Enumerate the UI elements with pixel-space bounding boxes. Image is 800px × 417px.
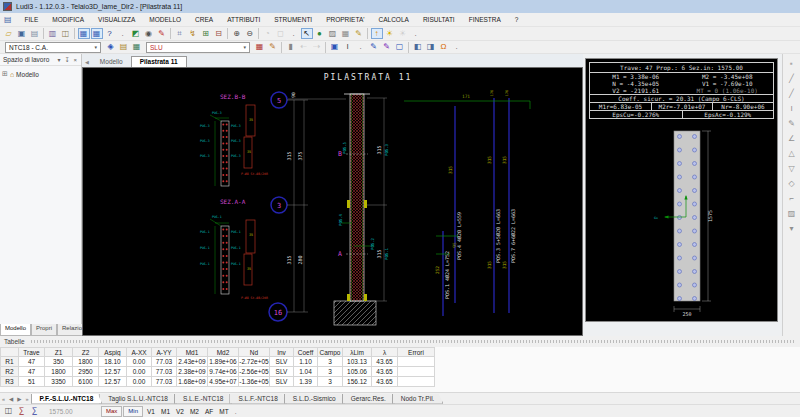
toggle-m2[interactable]: M2 (190, 408, 199, 415)
cell[interactable]: 77.03 (152, 357, 177, 367)
cell[interactable]: 12.57 (99, 367, 127, 377)
overflow-dot[interactable]: . (288, 28, 300, 39)
combi-table-icon[interactable]: ▦ (131, 42, 143, 53)
cell[interactable]: 1800 (73, 357, 99, 367)
move-up-icon[interactable]: ↑ (371, 28, 383, 39)
norm-check-icon[interactable]: ◈ (105, 42, 117, 53)
snap-icon[interactable]: ↯ (187, 28, 199, 39)
angle-tool-icon[interactable]: ∠ (786, 133, 798, 144)
light-on-icon[interactable]: ☀ (384, 28, 396, 39)
line-tool-icon[interactable]: ╱ (786, 73, 798, 84)
cell[interactable]: 43.65 (372, 357, 398, 367)
datasheet-icon[interactable]: ▦ (78, 28, 90, 39)
print-preview-icon[interactable]: ◫ (60, 28, 72, 39)
cell[interactable]: 51 (19, 377, 45, 387)
sheet-tab-sle-ntc18[interactable]: S.L.E.-NTC18 (174, 394, 232, 404)
window-v-icon[interactable]: ◨ (425, 42, 437, 53)
cell[interactable]: 0.00 (127, 377, 152, 387)
omega-icon[interactable]: Ω (438, 42, 450, 53)
overflow-dot[interactable]: . (451, 42, 463, 53)
flag-tool-icon[interactable]: ▽ (786, 163, 798, 174)
cad-canvas[interactable]: PILASTRATA 11 5 3 16 (82, 67, 583, 336)
more-tools-icon[interactable]: ▾ (786, 223, 798, 234)
toggle-af[interactable]: AF (205, 408, 213, 415)
frame-tool-icon[interactable]: ▢ (394, 42, 406, 53)
sheet-nav-first-icon[interactable]: « (0, 396, 7, 402)
next-member-icon[interactable]: ⇢ (311, 42, 323, 53)
render-icon[interactable]: ◩ (130, 28, 142, 39)
max-button[interactable]: Max (101, 406, 122, 417)
mesh-icon[interactable]: ▦ (340, 28, 352, 39)
verification-canvas[interactable]: Gx 1575 250 Trave: 47 Prop.: 6 Sez.in: 1… (585, 58, 778, 322)
edit-red-icon[interactable]: ✎ (156, 28, 168, 39)
cell[interactable] (398, 357, 435, 367)
overflow-dot[interactable]: . (410, 28, 422, 39)
menu-modifica[interactable]: MODIFICA (45, 16, 91, 23)
polyline-tool-icon[interactable]: ╱ (786, 88, 798, 99)
dock-tab-modello[interactable]: Modello (0, 324, 31, 336)
cell[interactable]: 18.10 (99, 357, 127, 367)
sheet-nav-last-icon[interactable]: » (24, 396, 31, 402)
menu-risultati[interactable]: RISULTATI (416, 16, 462, 23)
toggle-m1[interactable]: M1 (161, 408, 170, 415)
menu-finestra[interactable]: FINESTRA (462, 16, 508, 23)
toggle-mt[interactable]: MT (219, 408, 228, 415)
select-icon[interactable]: ↖ (301, 28, 313, 39)
model-tree-item[interactable]: ⊞ ⌂ Modello (0, 66, 81, 82)
menu-modello[interactable]: MODELLO (142, 16, 188, 23)
datasheet-alt-icon[interactable]: ▦ (91, 28, 103, 39)
cell[interactable]: 1800 (45, 367, 73, 377)
zoom-out-icon[interactable]: ⊖ (244, 28, 256, 39)
cell[interactable]: 2.38e+09 (177, 367, 208, 377)
cell[interactable]: SLV (270, 377, 294, 387)
chevron-down-icon[interactable]: ▾ (57, 56, 60, 63)
cell[interactable]: 4.95e+07 (208, 377, 239, 387)
column-tool-icon[interactable]: ▮ (285, 42, 297, 53)
row-header[interactable]: R3 (1, 377, 19, 387)
cell[interactable] (398, 367, 435, 377)
cell[interactable]: 47 (19, 367, 45, 377)
sphere-icon[interactable]: ● (314, 28, 326, 39)
sheet-nav-prev-icon[interactable]: ◀ (7, 396, 15, 402)
context-help-icon[interactable]: ? (104, 28, 116, 39)
cell[interactable]: 77.03 (152, 377, 177, 387)
menu-visualizza[interactable]: VISUALIZZA (91, 16, 142, 23)
sheet-tab-taglio-slu-ntc18[interactable]: Taglio S.L.U.-NTC18 (99, 394, 177, 404)
menu-attributi[interactable]: ATTRIBUTI (220, 16, 267, 23)
cell[interactable]: SLV (270, 367, 294, 377)
print-icon[interactable]: ▥ (47, 28, 59, 39)
cell[interactable]: 12.57 (99, 377, 127, 387)
save-icon[interactable]: ▣ (16, 28, 28, 39)
annotate-icon[interactable]: ✎ (353, 28, 365, 39)
cell[interactable]: 1.89e+06 (208, 357, 239, 367)
sheet-tab-slf-ntc18[interactable]: S.L.F.-NTC18 (229, 394, 286, 404)
menu-proprieta[interactable]: PROPRIETA' (319, 16, 371, 23)
cell[interactable]: 6100 (73, 377, 99, 387)
diamond-tool-icon[interactable]: ◇ (786, 178, 798, 189)
zoom-prev-icon[interactable]: ◔ (262, 28, 274, 39)
menu-file[interactable]: FILE (18, 16, 46, 23)
overflow-dot[interactable]: . (355, 42, 367, 53)
grid-plus-icon[interactable]: ⊞ (200, 28, 212, 39)
window-h-icon[interactable]: ◧ (412, 42, 424, 53)
cell[interactable]: 1.39 (294, 377, 318, 387)
sheet-tab-nodo-tr-pil[interactable]: Nodo Tr.Pil. (392, 394, 444, 404)
cell[interactable]: 77.03 (152, 367, 177, 377)
copy-icon[interactable]: ▤ (29, 28, 41, 39)
menu-strumenti[interactable]: STRUMENTI (267, 16, 319, 23)
sheet-nav-next-icon[interactable]: ▶ (15, 396, 23, 402)
cell[interactable]: 1.10 (294, 357, 318, 367)
hatch-tool-icon[interactable]: ▨ (786, 208, 798, 219)
sheet-tab-gerarc-res[interactable]: Gerarc.Res. (342, 394, 395, 404)
cell[interactable]: 0.00 (127, 357, 152, 367)
cell[interactable]: 156.12 (343, 377, 372, 387)
cell[interactable]: 43.65 (372, 367, 398, 377)
tab-modello[interactable]: Modello (92, 57, 131, 67)
cell[interactable]: 3 (318, 377, 343, 387)
zoom-in-icon[interactable]: ⊕ (231, 28, 243, 39)
tab-scroll-left-icon[interactable]: ◀ (82, 59, 92, 67)
load-case-combo[interactable]: SLU▾ (146, 42, 250, 53)
close-icon[interactable]: × (73, 57, 77, 63)
cell[interactable]: 105.06 (343, 367, 372, 377)
cell[interactable] (398, 377, 435, 387)
